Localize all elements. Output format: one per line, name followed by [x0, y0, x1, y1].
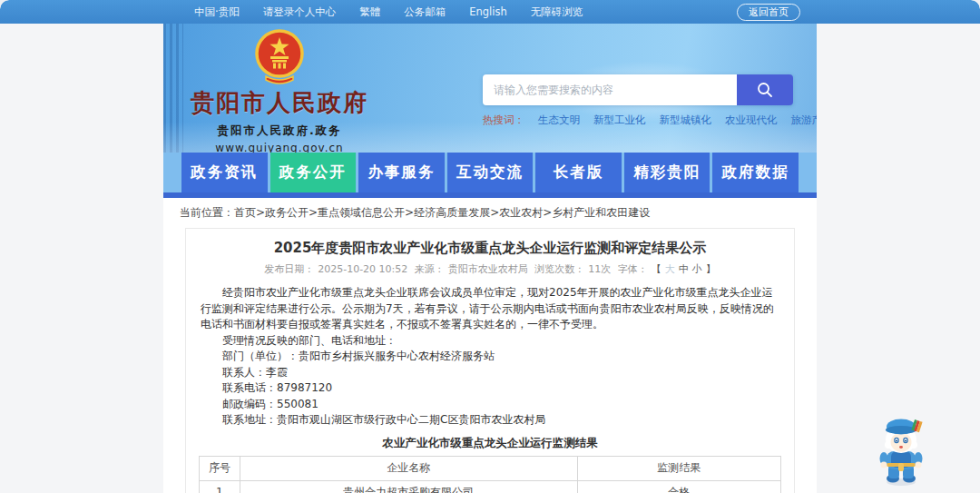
site-url: www.guiyang.gov.cn: [215, 142, 343, 153]
font-size-label: 字体：: [618, 263, 648, 275]
cell-no: 1: [200, 480, 240, 493]
hot-search: 热搜词： 生态文明新型工业化新型城镇化农业现代化旅游产业化贵阳简介: [483, 113, 793, 127]
font-size-medium-button[interactable]: 中: [679, 263, 689, 275]
article-meta: 发布日期：2025-10-20 10:52 来源：贵阳市农业农村局 浏览次数：1…: [199, 263, 781, 275]
hot-search-term[interactable]: 生态文明: [538, 113, 580, 127]
site-logo[interactable]: 贵阳市人民政府 贵阳市人民政府.政务 www.guiyang.gov.cn: [189, 29, 370, 153]
column-header-result: 监测结果: [577, 456, 780, 480]
topbar-link[interactable]: English: [469, 5, 507, 18]
hot-search-term[interactable]: 农业现代化: [725, 113, 778, 127]
publish-date-label: 发布日期：: [264, 263, 314, 275]
search-button[interactable]: [737, 74, 793, 105]
content-area: 当前位置：首页>政务公开>重点领域信息公开>经济高质量发展>农业农村>乡村产业和…: [163, 198, 817, 493]
nav-item[interactable]: 政府数据: [712, 153, 799, 192]
views-label: 浏览次数：: [534, 263, 584, 275]
cell-result: 合格: [577, 480, 780, 493]
nav-item[interactable]: 长者版: [535, 153, 622, 192]
nav-item[interactable]: 精彩贵阳: [624, 153, 710, 192]
article-paragraph: 联系电话：87987120: [201, 380, 779, 397]
font-bracket: 】: [706, 263, 716, 275]
table-caption: 农业产业化市级重点龙头企业运行监测结果: [199, 436, 781, 451]
article-paragraph: 联系地址：贵阳市观山湖区市级行政中心二期C区贵阳市农业农村局: [201, 412, 779, 429]
search-input[interactable]: [483, 74, 737, 105]
source-value: 贵阳市农业农村局: [448, 263, 528, 275]
search-icon: [756, 81, 774, 99]
hot-search-term[interactable]: 旅游产业化: [791, 113, 818, 127]
hot-search-terms: 生态文明新型工业化新型城镇化农业现代化旅游产业化贵阳简介: [538, 113, 817, 127]
cell-company: 贵州合力超市采购有限公司: [240, 480, 577, 493]
table-row: 1 贵州合力超市采购有限公司 合格: [200, 480, 781, 493]
hot-search-term[interactable]: 新型城镇化: [660, 113, 712, 127]
topbar-links: 中国·贵阳请登录个人中心繁體公务邮箱English无障碍浏览: [163, 5, 583, 19]
site-banner: 贵阳市人民政府 贵阳市人民政府.政务 www.guiyang.gov.cn 热搜…: [163, 24, 817, 153]
site-subtitle: 贵阳市人民政府.政务: [217, 123, 341, 139]
article-title: 2025年度贵阳市农业产业化市级重点龙头企业运行监测和评定结果公示: [199, 240, 781, 256]
mascot[interactable]: [875, 415, 927, 488]
mascot-icon: [875, 415, 927, 488]
topbar-link[interactable]: 中国·贵阳: [194, 5, 240, 19]
breadcrumb-label: 当前位置：: [180, 206, 234, 219]
page: 中国·贵阳请登录个人中心繁體公务邮箱English无障碍浏览 返回首页: [0, 0, 980, 493]
return-home-button[interactable]: 返回首页: [737, 4, 800, 21]
national-emblem-icon: [253, 29, 306, 85]
font-size-large-button[interactable]: 大: [665, 263, 675, 275]
column-header-company: 企业名称: [240, 456, 577, 480]
font-bracket: 【: [652, 263, 662, 275]
nav-items: 政务资讯政务公开办事服务互动交流长者版精彩贵阳政府数据: [163, 153, 817, 192]
article-card: 2025年度贵阳市农业产业化市级重点龙头企业运行监测和评定结果公示 发布日期：2…: [185, 228, 795, 493]
article-paragraph: 经贵阳市农业产业化市级重点龙头企业联席会议成员单位审定，现对2025年开展的农业…: [201, 285, 779, 333]
hot-search-label: 热搜词：: [483, 113, 524, 127]
breadcrumb-path[interactable]: 首页>政务公开>重点领域信息公开>经济高质量发展>农业农村>乡村产业和农田建设: [234, 206, 650, 219]
publish-date: 2025-10-20 10:52: [318, 263, 407, 275]
font-size-small-button[interactable]: 小: [692, 263, 702, 275]
article-paragraph: 邮政编码：550081: [201, 397, 779, 413]
breadcrumb: 当前位置：首页>政务公开>重点领域信息公开>经济高质量发展>农业农村>乡村产业和…: [163, 198, 817, 226]
banner-decor: [163, 24, 183, 153]
article-body: 经贵阳市农业产业化市级重点龙头企业联席会议成员单位审定，现对2025年开展的农业…: [199, 283, 781, 429]
nav-item[interactable]: 互动交流: [447, 153, 534, 192]
hot-search-term[interactable]: 新型工业化: [593, 113, 646, 127]
column-header-no: 序号: [200, 456, 240, 480]
nav-item[interactable]: 办事服务: [358, 153, 445, 192]
nav-strip: [163, 192, 817, 198]
monitoring-results-table: 序号 企业名称 监测结果 1 贵州合力超市采购有限公司 合格: [199, 456, 781, 493]
nav-item[interactable]: 政务公开: [270, 153, 357, 192]
views-value: 11次: [588, 263, 611, 275]
nav-item[interactable]: 政务资讯: [181, 153, 268, 192]
topbar-link[interactable]: 繁體: [359, 5, 380, 19]
table-body: 1 贵州合力超市采购有限公司 合格 2 贵州友禾种业有限公司 合格: [200, 480, 781, 493]
search-bar: [483, 74, 793, 105]
table-header-row: 序号 企业名称 监测结果: [200, 456, 781, 480]
article-paragraph: 受理情况反映的部门、电话和地址：: [201, 333, 779, 350]
topbar-link[interactable]: 公务邮箱: [404, 5, 446, 19]
article-paragraph: 部门（单位）：贵阳市乡村振兴服务中心农村经济服务站: [201, 349, 779, 365]
site-title: 贵阳市人民政府: [191, 87, 368, 119]
topbar-link[interactable]: 请登录个人中心: [263, 5, 337, 19]
source-label: 来源：: [415, 263, 445, 275]
main-nav: 政务资讯政务公开办事服务互动交流长者版精彩贵阳政府数据: [163, 153, 817, 198]
top-bar: 中国·贵阳请登录个人中心繁體公务邮箱English无障碍浏览 返回首页: [0, 0, 980, 24]
article-paragraph: 联系人：李霞: [201, 365, 779, 381]
topbar-link[interactable]: 无障碍浏览: [531, 5, 583, 19]
